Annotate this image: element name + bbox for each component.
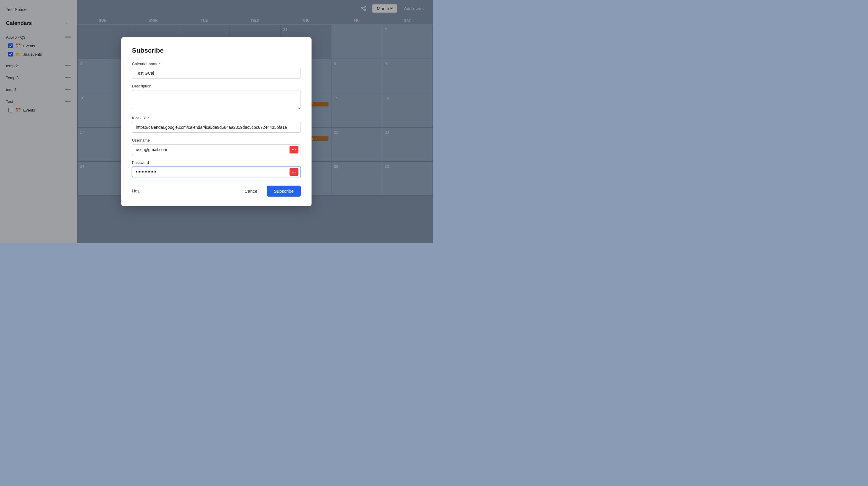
username-input-wrap: ••• <box>132 144 301 155</box>
description-group: Description <box>132 84 301 110</box>
cancel-button[interactable]: Cancel <box>240 186 264 196</box>
subscribe-button[interactable]: Subscribe <box>267 186 301 196</box>
modal-footer: Help Cancel Subscribe <box>132 186 301 196</box>
password-input[interactable] <box>132 166 301 177</box>
password-label: Password <box>132 160 301 165</box>
description-input[interactable] <box>132 90 301 109</box>
help-button[interactable]: Help <box>132 189 141 193</box>
ical-url-label: iCal URL* <box>132 116 301 120</box>
calendar-name-input[interactable] <box>132 68 301 79</box>
password-group: Password ••• <box>132 160 301 177</box>
username-group: Username ••• <box>132 138 301 155</box>
username-label: Username <box>132 138 301 143</box>
modal-title: Subscribe <box>132 47 301 54</box>
ical-url-input[interactable] <box>132 122 301 133</box>
calendar-name-group: Calendar name* <box>132 62 301 79</box>
password-toggle-button[interactable]: ••• <box>289 168 299 176</box>
required-star: * <box>159 62 160 66</box>
description-label: Description <box>132 84 301 88</box>
footer-actions: Cancel Subscribe <box>240 186 301 196</box>
username-toggle-button[interactable]: ••• <box>289 146 299 153</box>
password-input-wrap: ••• <box>132 166 301 177</box>
modal-overlay: Subscribe Calendar name* Description iCa… <box>0 0 433 243</box>
ical-url-group: iCal URL* <box>132 116 301 133</box>
required-star-2: * <box>148 116 150 120</box>
subscribe-modal: Subscribe Calendar name* Description iCa… <box>121 37 312 206</box>
calendar-name-label: Calendar name* <box>132 62 301 66</box>
username-input[interactable] <box>132 144 301 155</box>
